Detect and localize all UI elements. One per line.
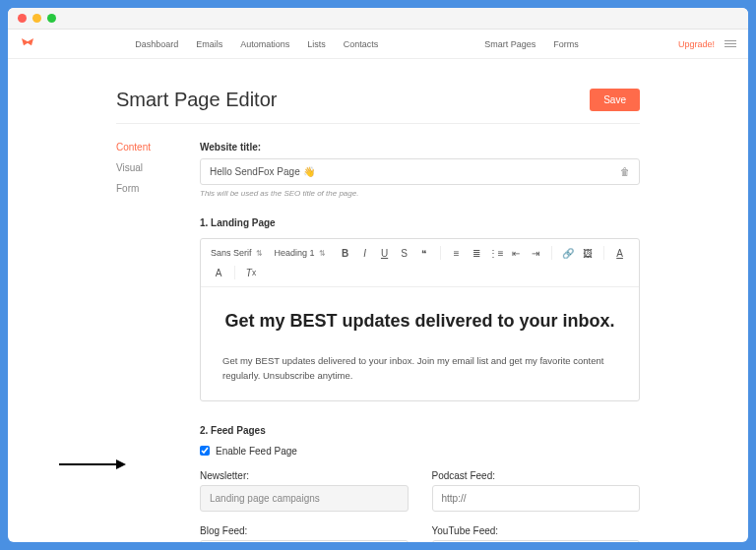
underline-icon[interactable]: U	[377, 245, 393, 261]
hamburger-icon[interactable]	[724, 40, 736, 47]
window-max-dot[interactable]	[47, 14, 56, 23]
window-titlebar	[8, 8, 748, 30]
section-landing-heading: 1. Landing Page	[200, 217, 640, 228]
highlight-icon[interactable]: A	[211, 265, 226, 280]
svg-marker-1	[116, 459, 126, 469]
tab-form[interactable]: Form	[116, 183, 170, 194]
toolbar-divider	[551, 246, 552, 260]
list-bullet-icon[interactable]: ⋮≡	[488, 245, 504, 261]
newsletter-input[interactable]: Landing page campaigns	[200, 485, 409, 512]
bold-icon[interactable]: B	[338, 245, 353, 261]
website-title-helper: This will be used as the SEO title of th…	[200, 189, 640, 198]
window-close-dot[interactable]	[18, 14, 27, 23]
rich-text-editor: Sans Serif Heading 1 B I U S ❝ ≡ ≣ ⋮≡ ⇤ …	[200, 238, 640, 401]
save-button[interactable]: Save	[590, 89, 640, 111]
nav-contacts[interactable]: Contacts	[344, 39, 379, 49]
list-ordered-icon[interactable]: ≣	[469, 245, 484, 261]
upgrade-link[interactable]: Upgrade!	[678, 39, 715, 49]
nav-automations[interactable]: Automations	[240, 39, 289, 49]
editor-body[interactable]: Get my BEST updates delivered to your in…	[201, 287, 639, 400]
blog-label: Blog Feed:	[200, 525, 409, 536]
window-min-dot[interactable]	[32, 14, 41, 23]
website-title-input[interactable]: Hello SendFox Page 👋 🗑	[200, 158, 640, 185]
editor-tabs: Content Visual Form	[116, 142, 170, 542]
tab-content[interactable]: Content	[116, 142, 170, 153]
editor-toolbar: Sans Serif Heading 1 B I U S ❝ ≡ ≣ ⋮≡ ⇤ …	[201, 239, 639, 287]
nav-dashboard[interactable]: Dashboard	[135, 39, 178, 49]
podcast-label: Podcast Feed:	[432, 470, 641, 481]
clear-format-icon[interactable]: Tx	[243, 265, 259, 280]
nav-forms[interactable]: Forms	[553, 39, 579, 49]
nav-emails[interactable]: Emails	[196, 39, 222, 49]
italic-icon[interactable]: I	[357, 245, 373, 261]
website-title-label: Website title:	[200, 142, 640, 153]
quote-icon[interactable]: ❝	[416, 245, 432, 261]
section-feed-heading: 2. Feed Pages	[200, 425, 640, 436]
image-icon[interactable]: 🖼	[580, 245, 596, 261]
enable-feed-label: Enable Feed Page	[216, 446, 297, 457]
tab-visual[interactable]: Visual	[116, 162, 170, 173]
indent-less-icon[interactable]: ⇤	[508, 245, 524, 261]
nav-lists[interactable]: Lists	[307, 39, 326, 49]
toolbar-divider	[603, 246, 604, 260]
top-nav: Dashboard Emails Automations Lists Conta…	[8, 30, 748, 59]
youtube-label: YouTube Feed:	[432, 525, 641, 536]
toolbar-divider	[234, 266, 235, 279]
podcast-input[interactable]	[432, 485, 641, 512]
website-title-value: Hello SendFox Page 👋	[210, 166, 315, 177]
editor-bodytext: Get my BEST updates delivered to your in…	[222, 354, 617, 383]
page-title: Smart Page Editor	[116, 89, 277, 111]
align-left-icon[interactable]: ≡	[449, 245, 465, 261]
sendfox-logo[interactable]	[20, 36, 35, 52]
annotation-arrow	[59, 457, 126, 474]
text-color-icon[interactable]: A	[612, 245, 628, 261]
toolbar-divider	[440, 246, 441, 260]
blog-input[interactable]	[200, 540, 409, 542]
link-icon[interactable]: 🔗	[560, 245, 576, 261]
editor-headline: Get my BEST updates delivered to your in…	[222, 309, 617, 333]
newsletter-label: Newsletter:	[200, 470, 409, 481]
font-select[interactable]: Sans Serif	[211, 248, 263, 258]
indent-more-icon[interactable]: ⇥	[528, 245, 543, 261]
strike-icon[interactable]: S	[397, 245, 412, 261]
enable-feed-checkbox[interactable]	[200, 446, 210, 456]
heading-select[interactable]: Heading 1	[275, 248, 326, 258]
trash-icon[interactable]: 🗑	[620, 166, 630, 177]
nav-smart-pages[interactable]: Smart Pages	[484, 39, 536, 49]
youtube-input[interactable]	[432, 540, 641, 542]
